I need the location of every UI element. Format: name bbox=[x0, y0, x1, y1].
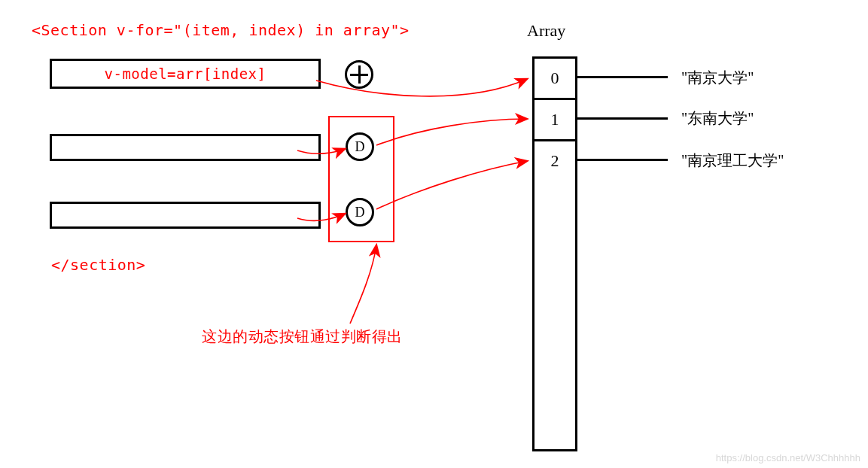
array-value-2: "南京理工大学" bbox=[681, 150, 784, 171]
vmodel-label: v-model=arr[index] bbox=[105, 65, 266, 82]
input-box-0[interactable]: v-model=arr[index] bbox=[50, 59, 321, 89]
watermark: https://blog.csdn.net/W3Chhhhhh bbox=[716, 452, 860, 463]
connector-line-0 bbox=[577, 76, 668, 78]
d-label: D bbox=[355, 139, 365, 155]
section-open-text: <Section v-for="(item, index) in array"> bbox=[32, 21, 410, 39]
array-cell-0: 0 bbox=[535, 56, 575, 98]
array-column: 0 1 2 bbox=[532, 56, 577, 451]
d-label: D bbox=[355, 205, 365, 220]
connector-line-1 bbox=[577, 117, 668, 120]
array-value-0: "南京大学" bbox=[681, 68, 754, 88]
array-cell-1: 1 bbox=[535, 98, 575, 139]
dynamic-button-note: 这边的动态按钮通过判断得出 bbox=[202, 327, 403, 347]
add-button[interactable] bbox=[345, 60, 373, 89]
array-value-1: "东南大学" bbox=[681, 108, 754, 129]
input-box-1[interactable] bbox=[50, 134, 321, 161]
array-title: Array bbox=[527, 21, 565, 41]
connector-line-2 bbox=[577, 159, 668, 161]
delete-button-2[interactable]: D bbox=[346, 198, 374, 226]
section-close-text: </section> bbox=[51, 256, 145, 274]
array-cell-2: 2 bbox=[535, 139, 575, 181]
delete-button-1[interactable]: D bbox=[346, 132, 374, 161]
input-box-2[interactable] bbox=[50, 202, 321, 229]
